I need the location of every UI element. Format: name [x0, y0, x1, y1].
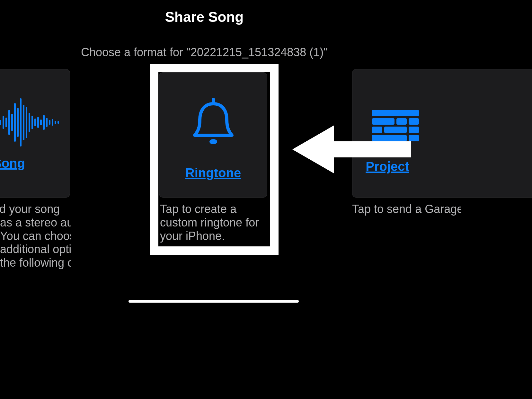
- waveform-icon: [0, 92, 59, 153]
- option-ringtone-label: Ringtone: [185, 166, 241, 180]
- share-sheet: Share Song Choose a format for "20221215…: [0, 0, 409, 306]
- option-song[interactable]: Song: [0, 69, 70, 198]
- option-ringtone-description: Tap to create a custom ringtone for your…: [160, 202, 268, 243]
- svg-point-0: [209, 139, 217, 144]
- option-project[interactable]: Project: [352, 69, 532, 198]
- option-song-label: Song: [0, 156, 25, 171]
- home-indicator[interactable]: [129, 300, 299, 303]
- option-ringtone[interactable]: Ringtone: [159, 72, 267, 198]
- svg-point-1: [212, 98, 215, 101]
- option-project-label: Project: [366, 159, 409, 174]
- page-title: Share Song: [0, 9, 409, 25]
- option-project-description: Tap to send a GarageBand project which c…: [352, 202, 461, 216]
- option-song-description: Tap to send your song as a stereo audio …: [0, 202, 71, 270]
- bell-icon: [191, 92, 236, 153]
- page-subtitle: Choose a format for "20221215_151324838 …: [0, 46, 409, 59]
